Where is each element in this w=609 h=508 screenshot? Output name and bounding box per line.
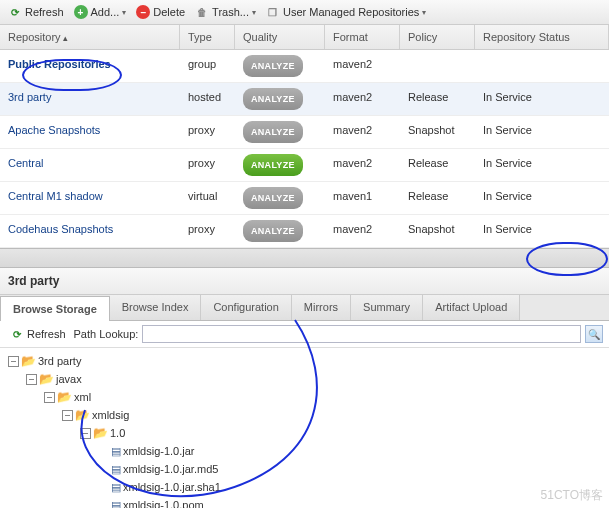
tree-node[interactable]: – 3rd party bbox=[8, 352, 601, 370]
cell-quality: ANALYZE bbox=[235, 121, 325, 143]
chevron-down-icon: ▾ bbox=[252, 8, 256, 17]
path-lookup-bar: ⟳Refresh Path Lookup: 🔍 bbox=[0, 321, 609, 348]
cell-status: In Service bbox=[475, 220, 609, 242]
tree-node[interactable]: xmldsig-1.0.pom bbox=[8, 496, 601, 508]
tab-browse-index[interactable]: Browse Index bbox=[110, 295, 202, 320]
analyze-badge[interactable]: ANALYZE bbox=[243, 88, 303, 110]
cell-format: maven2 bbox=[325, 121, 400, 143]
cell-status: In Service bbox=[475, 121, 609, 143]
cell-quality: ANALYZE bbox=[235, 154, 325, 176]
tree-label: xmldsig-1.0.jar bbox=[123, 443, 195, 459]
path-lookup-input[interactable] bbox=[142, 325, 581, 343]
add-icon: + bbox=[74, 5, 88, 19]
tab-configuration[interactable]: Configuration bbox=[201, 295, 291, 320]
tab-browse-storage[interactable]: Browse Storage bbox=[0, 296, 110, 321]
refresh-button[interactable]: ⟳Refresh bbox=[4, 3, 68, 21]
cell-type: proxy bbox=[180, 121, 235, 143]
cell-status: In Service bbox=[475, 88, 609, 110]
tab-mirrors[interactable]: Mirrors bbox=[292, 295, 351, 320]
table-row[interactable]: Central M1 shadowvirtualANALYZEmaven1Rel… bbox=[0, 182, 609, 215]
cell-quality: ANALYZE bbox=[235, 55, 325, 77]
col-policy[interactable]: Policy bbox=[400, 25, 475, 49]
tree-node[interactable]: xmldsig-1.0.jar.md5 bbox=[8, 460, 601, 478]
refresh-icon: ⟳ bbox=[8, 5, 22, 19]
path-lookup-label: Path Lookup: bbox=[74, 328, 139, 340]
cell-status bbox=[475, 55, 609, 77]
refresh-tree-label: Refresh bbox=[27, 328, 66, 340]
cell-quality: ANALYZE bbox=[235, 187, 325, 209]
file-icon bbox=[111, 443, 121, 459]
tree-toggle[interactable]: – bbox=[26, 374, 37, 385]
analyze-badge[interactable]: ANALYZE bbox=[243, 154, 303, 176]
cell-name: Public Repositories bbox=[0, 55, 180, 77]
tree-node[interactable]: xmldsig-1.0.jar bbox=[8, 442, 601, 460]
cell-name: Central M1 shadow bbox=[0, 187, 180, 209]
folder-icon bbox=[75, 407, 90, 423]
col-status[interactable]: Repository Status bbox=[475, 25, 609, 49]
tree-label: 3rd party bbox=[38, 353, 81, 369]
col-quality[interactable]: Quality bbox=[235, 25, 325, 49]
cell-type: hosted bbox=[180, 88, 235, 110]
cell-type: group bbox=[180, 55, 235, 77]
lookup-button[interactable]: 🔍 bbox=[585, 325, 603, 343]
folder-icon bbox=[39, 371, 54, 387]
table-row[interactable]: Codehaus SnapshotsproxyANALYZEmaven2Snap… bbox=[0, 215, 609, 248]
cell-name: Codehaus Snapshots bbox=[0, 220, 180, 242]
analyze-badge[interactable]: ANALYZE bbox=[243, 220, 303, 242]
cell-policy: Release bbox=[400, 88, 475, 110]
table-row[interactable]: Public RepositoriesgroupANALYZEmaven2 bbox=[0, 50, 609, 83]
refresh-tree-button[interactable]: ⟳Refresh bbox=[6, 325, 70, 343]
tree-node[interactable]: xmldsig-1.0.jar.sha1 bbox=[8, 478, 601, 496]
detail-title: 3rd party bbox=[0, 268, 609, 295]
trash-label: Trash... bbox=[212, 6, 249, 18]
tab-artifact-upload[interactable]: Artifact Upload bbox=[423, 295, 520, 320]
tree-toggle[interactable]: – bbox=[80, 428, 91, 439]
add-button[interactable]: +Add...▾ bbox=[70, 3, 131, 21]
tree-node[interactable]: – javax bbox=[8, 370, 601, 388]
cell-policy: Snapshot bbox=[400, 121, 475, 143]
cell-status: In Service bbox=[475, 154, 609, 176]
col-format[interactable]: Format bbox=[325, 25, 400, 49]
analyze-badge[interactable]: ANALYZE bbox=[243, 187, 303, 209]
analyze-badge[interactable]: ANALYZE bbox=[243, 55, 303, 77]
cell-format: maven1 bbox=[325, 187, 400, 209]
analyze-badge[interactable]: ANALYZE bbox=[243, 121, 303, 143]
table-row[interactable]: Apache SnapshotsproxyANALYZEmaven2Snapsh… bbox=[0, 116, 609, 149]
tree-node[interactable]: – xmldsig bbox=[8, 406, 601, 424]
cell-format: maven2 bbox=[325, 88, 400, 110]
trash-button[interactable]: 🗑Trash...▾ bbox=[191, 3, 260, 21]
cell-quality: ANALYZE bbox=[235, 88, 325, 110]
storage-tree: – 3rd party– javax– xml– xmldsig– 1.0 xm… bbox=[0, 348, 609, 508]
cell-policy bbox=[400, 55, 475, 77]
cell-format: maven2 bbox=[325, 154, 400, 176]
splitter[interactable] bbox=[0, 248, 609, 268]
table-row[interactable]: CentralproxyANALYZEmaven2ReleaseIn Servi… bbox=[0, 149, 609, 182]
delete-button[interactable]: –Delete bbox=[132, 3, 189, 21]
col-type[interactable]: Type bbox=[180, 25, 235, 49]
delete-label: Delete bbox=[153, 6, 185, 18]
watermark: 51CTO博客 bbox=[541, 487, 603, 504]
tree-label: 1.0 bbox=[110, 425, 125, 441]
tab-summary[interactable]: Summary bbox=[351, 295, 423, 320]
file-icon bbox=[111, 497, 121, 508]
cell-status: In Service bbox=[475, 187, 609, 209]
tree-node[interactable]: – xml bbox=[8, 388, 601, 406]
tree-toggle[interactable]: – bbox=[62, 410, 73, 421]
table-row[interactable]: 3rd partyhostedANALYZEmaven2ReleaseIn Se… bbox=[0, 83, 609, 116]
tree-toggle[interactable]: – bbox=[8, 356, 19, 367]
refresh-icon: ⟳ bbox=[10, 327, 24, 341]
folder-icon bbox=[57, 389, 72, 405]
cell-policy: Snapshot bbox=[400, 220, 475, 242]
tree-toggle[interactable]: – bbox=[44, 392, 55, 403]
cell-type: proxy bbox=[180, 220, 235, 242]
cell-type: proxy bbox=[180, 154, 235, 176]
cell-format: maven2 bbox=[325, 220, 400, 242]
tree-label: xmldsig bbox=[92, 407, 129, 423]
user-managed-button[interactable]: ❐User Managed Repositories▾ bbox=[262, 3, 430, 21]
col-repository[interactable]: Repository bbox=[0, 25, 180, 49]
delete-icon: – bbox=[136, 5, 150, 19]
tree-node[interactable]: – 1.0 bbox=[8, 424, 601, 442]
user-managed-label: User Managed Repositories bbox=[283, 6, 419, 18]
chevron-down-icon: ▾ bbox=[422, 8, 426, 17]
tab-strip: Browse StorageBrowse IndexConfigurationM… bbox=[0, 295, 609, 321]
